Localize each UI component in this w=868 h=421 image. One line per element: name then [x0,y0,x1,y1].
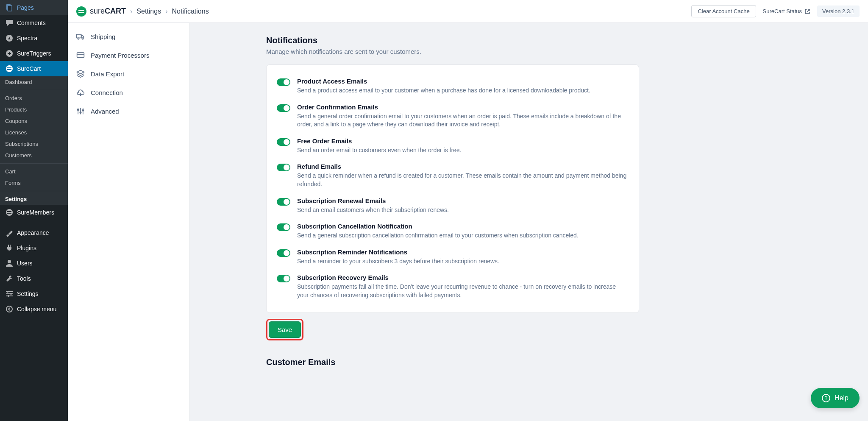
notification-desc: Send an email customers when their subsc… [297,206,629,215]
notification-body: Subscription Renewal Emails Send an emai… [297,197,629,215]
toggle-switch[interactable] [277,275,290,282]
toggle-switch[interactable] [277,104,290,112]
submenu-coupons[interactable]: Coupons [0,115,68,127]
brand[interactable]: sureCART [76,6,126,17]
svg-rect-9 [7,213,11,214]
save-button[interactable]: Save [269,321,301,338]
notification-desc: Send a quick reminder when a refund is c… [297,172,629,188]
surecart-status-link[interactable]: SureCart Status [763,8,811,14]
submenu-licenses[interactable]: Licenses [0,127,68,138]
submenu-cart[interactable]: Cart [0,166,68,177]
sidebar-item-suretriggers[interactable]: SureTriggers [0,46,68,61]
sidebar-item-surecart[interactable]: SureCart [0,61,68,76]
main-content: Notifications Manage which notifications… [190,23,656,404]
section-title: Customer Emails [266,357,639,367]
submenu-customers[interactable]: Customers [0,150,68,161]
sidebar-label: Tools [17,275,31,282]
submenu-forms[interactable]: Forms [0,177,68,189]
svg-point-14 [7,291,8,293]
chevron-right-icon: › [165,8,167,15]
sidebar-item-spectra[interactable]: Spectra [0,31,68,46]
notification-body: Refund Emails Send a quick reminder when… [297,163,629,188]
settings-item-shipping[interactable]: Shipping [68,27,189,46]
toggle-switch[interactable] [277,249,290,257]
sidebar-label: SureCart [17,65,41,72]
svg-rect-6 [7,69,11,70]
svg-point-27 [78,109,79,110]
pages-icon [5,3,14,12]
status-label: SureCart Status [763,8,802,14]
comment-icon [5,19,14,27]
settings-item-payment[interactable]: Payment Processors [68,46,189,64]
toggle-switch[interactable] [277,164,290,171]
brand-pre: sure [90,7,105,16]
help-icon: ? [822,394,830,402]
notification-title: Subscription Recovery Emails [297,274,629,281]
sidebar-label: Settings [17,290,39,297]
sidebar-label: Pages [17,4,34,11]
truck-icon [76,32,85,41]
suremembers-icon [5,208,14,217]
version-badge: Version 2.3.1 [817,6,860,17]
sidebar-label: Collapse menu [17,306,56,312]
svg-rect-8 [7,211,11,212]
submenu-settings[interactable]: Settings [0,193,68,205]
suretriggers-icon [5,49,14,58]
collapse-icon [5,305,14,313]
toggle-switch[interactable] [277,138,290,146]
notification-desc: Send a general order confirmation email … [297,112,629,129]
sidebar-item-collapse[interactable]: Collapse menu [0,301,68,317]
submenu-subscriptions[interactable]: Subscriptions [0,138,68,150]
notification-desc: Subscription payments fail all the time.… [297,283,629,299]
sidebar-item-comments[interactable]: Comments [0,15,68,31]
svg-point-28 [80,112,81,113]
submenu-orders[interactable]: Orders [0,92,68,104]
sliders-icon [76,107,85,115]
notification-title: Product Access Emails [297,78,629,85]
submenu-separator [0,163,68,164]
submenu-products[interactable]: Products [0,104,68,115]
brand-bold: CART [105,7,126,16]
clear-cache-button[interactable]: Clear Account Cache [691,5,756,17]
notification-row: Product Access Emails Send a product acc… [277,73,629,99]
sidebar-item-users[interactable]: Users [0,256,68,271]
notification-row: Subscription Recovery Emails Subscriptio… [277,270,629,304]
settings-item-export[interactable]: Data Export [68,64,189,83]
notification-title: Refund Emails [297,163,629,170]
submenu-dashboard[interactable]: Dashboard [0,76,68,88]
sidebar-item-suremembers[interactable]: SureMembers [0,205,68,220]
svg-point-20 [82,38,83,39]
breadcrumb-notifications: Notifications [172,8,209,15]
sidebar-label: Users [17,260,33,267]
submenu-separator [0,191,68,191]
notification-body: Free Order Emails Send an order email to… [297,137,629,155]
toggle-switch[interactable] [277,223,290,231]
notification-title: Free Order Emails [297,137,629,145]
plug-icon [5,244,14,252]
sidebar-item-tools[interactable]: Tools [0,271,68,286]
sliders-icon [5,290,14,298]
svg-point-29 [82,110,83,111]
chevron-right-icon: › [130,8,132,15]
sidebar-item-plugins[interactable]: Plugins [0,240,68,256]
notification-row: Subscription Reminder Notifications Send… [277,244,629,270]
settings-item-advanced[interactable]: Advanced [68,102,189,120]
notification-body: Subscription Reminder Notifications Send… [297,248,629,266]
submenu-separator [0,90,68,90]
help-label: Help [835,394,849,402]
topbar-right: Clear Account Cache SureCart Status Vers… [691,5,860,17]
settings-item-connection[interactable]: Connection [68,83,189,102]
sidebar-item-settings[interactable]: Settings [0,286,68,301]
sidebar-item-pages[interactable]: Pages [0,0,68,15]
sidebar-item-appearance[interactable]: Appearance [0,225,68,240]
notification-row: Refund Emails Send a quick reminder when… [277,159,629,192]
help-button[interactable]: ? Help [811,388,860,404]
brush-icon [5,229,14,237]
toggle-switch[interactable] [277,198,290,206]
notifications-card: Product Access Emails Send a product acc… [266,64,639,313]
toggle-switch[interactable] [277,78,290,86]
breadcrumb-settings[interactable]: Settings [136,8,161,15]
notification-body: Subscription Cancellation Notification S… [297,223,629,240]
cloud-icon [76,88,85,97]
surecart-icon [5,64,14,73]
